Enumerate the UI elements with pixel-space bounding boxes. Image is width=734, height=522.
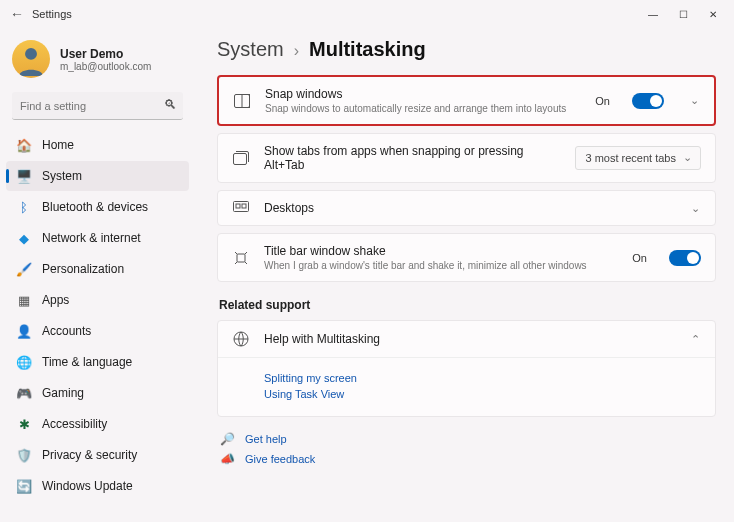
accessibility-icon: ✱ <box>16 416 32 432</box>
bluetooth-icon: ᛒ <box>16 199 32 215</box>
shake-state: On <box>632 252 647 264</box>
apps-icon: ▦ <box>16 292 32 308</box>
nav-label: Accounts <box>42 324 91 338</box>
nav-label: Privacy & security <box>42 448 137 462</box>
nav-label: Accessibility <box>42 417 107 431</box>
maximize-button[interactable]: ☐ <box>668 4 698 24</box>
support-link-taskview[interactable]: Using Task View <box>264 388 701 400</box>
shake-toggle[interactable] <box>669 250 701 266</box>
snap-windows-card[interactable]: Snap windows Snap windows to automatical… <box>217 75 716 126</box>
personalization-icon: 🖌️ <box>16 261 32 277</box>
related-support-heading: Related support <box>219 298 716 312</box>
profile[interactable]: User Demo m_lab@outlook.com <box>6 34 189 88</box>
sidebar-item-time[interactable]: 🌐Time & language <box>6 347 189 377</box>
nav-label: Network & internet <box>42 231 141 245</box>
snap-icon <box>233 94 251 108</box>
nav-label: System <box>42 169 82 183</box>
snap-toggle[interactable] <box>632 93 664 109</box>
globe-icon <box>232 331 250 347</box>
support-link-split[interactable]: Splitting my screen <box>264 372 701 384</box>
sidebar-item-system[interactable]: 🖥️System <box>6 161 189 191</box>
sidebar-item-accessibility[interactable]: ✱Accessibility <box>6 409 189 439</box>
support-title: Help with Multitasking <box>264 332 665 346</box>
support-card: Help with Multitasking ⌃ Splitting my sc… <box>217 320 716 417</box>
chevron-down-icon[interactable]: ⌄ <box>688 94 700 107</box>
time-icon: 🌐 <box>16 354 32 370</box>
privacy-icon: 🛡️ <box>16 447 32 463</box>
window-title: Settings <box>32 8 72 20</box>
alt-tab-title: Show tabs from apps when snapping or pre… <box>264 144 561 172</box>
home-icon: 🏠 <box>16 137 32 153</box>
desktops-card[interactable]: Desktops ⌄ <box>217 190 716 226</box>
chevron-up-icon[interactable]: ⌃ <box>689 333 701 346</box>
svg-rect-3 <box>234 154 247 165</box>
get-help-link[interactable]: 🔎 Get help <box>217 429 716 449</box>
get-help-label: Get help <box>245 433 287 445</box>
svg-rect-7 <box>237 254 245 262</box>
sidebar-item-update[interactable]: 🔄Windows Update <box>6 471 189 501</box>
shake-title: Title bar window shake <box>264 244 618 258</box>
breadcrumb-current: Multitasking <box>309 38 426 61</box>
nav-label: Apps <box>42 293 69 307</box>
search-input[interactable] <box>12 92 183 120</box>
alt-tab-card[interactable]: Show tabs from apps when snapping or pre… <box>217 133 716 183</box>
shake-icon <box>232 250 250 266</box>
breadcrumb: System › Multitasking <box>217 38 716 61</box>
desktops-icon <box>232 201 250 215</box>
shake-card[interactable]: Title bar window shake When I grab a win… <box>217 233 716 282</box>
svg-rect-6 <box>242 204 246 208</box>
nav-label: Windows Update <box>42 479 133 493</box>
accounts-icon: 👤 <box>16 323 32 339</box>
nav-label: Personalization <box>42 262 124 276</box>
snap-sub: Snap windows to automatically resize and… <box>265 103 581 114</box>
desktops-title: Desktops <box>264 201 665 215</box>
main-content: System › Multitasking Snap windows Snap … <box>195 28 734 522</box>
give-feedback-link[interactable]: 📣 Give feedback <box>217 449 716 469</box>
sidebar-item-gaming[interactable]: 🎮Gaming <box>6 378 189 408</box>
sidebar-item-network[interactable]: ◆Network & internet <box>6 223 189 253</box>
nav-label: Gaming <box>42 386 84 400</box>
chevron-down-icon[interactable]: ⌄ <box>689 202 701 215</box>
sidebar-item-accounts[interactable]: 👤Accounts <box>6 316 189 346</box>
search-icon: 🔍︎ <box>164 97 177 112</box>
profile-name: User Demo <box>60 47 151 61</box>
nav-label: Time & language <box>42 355 132 369</box>
sidebar: User Demo m_lab@outlook.com 🔍︎ 🏠Home 🖥️S… <box>0 28 195 522</box>
snap-state: On <box>595 95 610 107</box>
svg-rect-2 <box>242 94 250 107</box>
gaming-icon: 🎮 <box>16 385 32 401</box>
nav-label: Home <box>42 138 74 152</box>
sidebar-item-privacy[interactable]: 🛡️Privacy & security <box>6 440 189 470</box>
network-icon: ◆ <box>16 230 32 246</box>
close-button[interactable]: ✕ <box>698 4 728 24</box>
svg-point-0 <box>25 48 37 60</box>
system-icon: 🖥️ <box>16 168 32 184</box>
shake-sub: When I grab a window's title bar and sha… <box>264 260 618 271</box>
snap-title: Snap windows <box>265 87 581 101</box>
avatar <box>12 40 50 78</box>
back-button[interactable]: ← <box>6 6 28 22</box>
support-header[interactable]: Help with Multitasking ⌃ <box>218 321 715 358</box>
give-feedback-label: Give feedback <box>245 453 315 465</box>
tabs-icon <box>232 151 250 165</box>
alt-tab-select[interactable]: 3 most recent tabs <box>575 146 702 170</box>
breadcrumb-parent[interactable]: System <box>217 38 284 61</box>
feedback-icon: 📣 <box>219 452 235 466</box>
nav-label: Bluetooth & devices <box>42 200 148 214</box>
chevron-right-icon: › <box>294 42 299 60</box>
sidebar-item-bluetooth[interactable]: ᛒBluetooth & devices <box>6 192 189 222</box>
search-box[interactable]: 🔍︎ <box>12 92 183 120</box>
profile-email: m_lab@outlook.com <box>60 61 151 72</box>
alt-tab-value: 3 most recent tabs <box>586 152 677 164</box>
svg-rect-5 <box>236 204 240 208</box>
help-icon: 🔎 <box>219 432 235 446</box>
sidebar-item-home[interactable]: 🏠Home <box>6 130 189 160</box>
sidebar-item-apps[interactable]: ▦Apps <box>6 285 189 315</box>
update-icon: 🔄 <box>16 478 32 494</box>
sidebar-item-personalization[interactable]: 🖌️Personalization <box>6 254 189 284</box>
minimize-button[interactable]: — <box>638 4 668 24</box>
